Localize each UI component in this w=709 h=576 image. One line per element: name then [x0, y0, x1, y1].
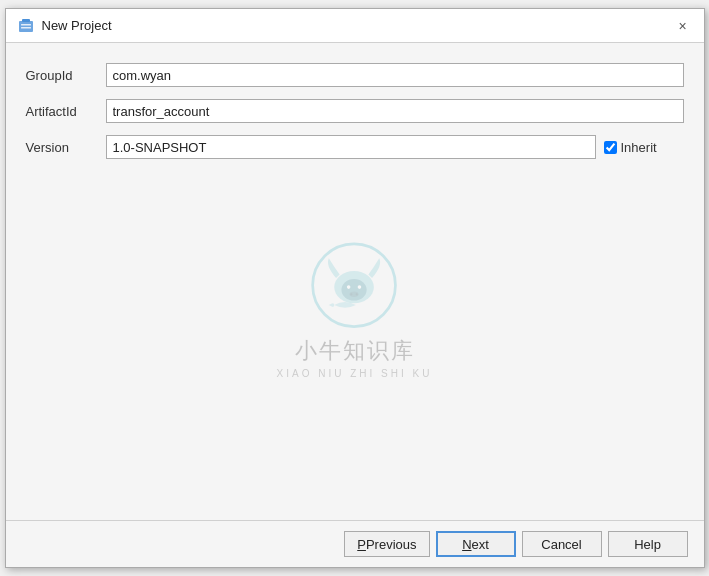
- svg-point-7: [347, 285, 351, 289]
- help-button[interactable]: Help: [608, 531, 688, 557]
- inherit-container: Inherit: [604, 140, 684, 155]
- cancel-button[interactable]: Cancel: [522, 531, 602, 557]
- svg-point-5: [335, 270, 375, 302]
- next-button[interactable]: Next: [436, 531, 516, 557]
- previous-button[interactable]: PPrevious: [344, 531, 429, 557]
- svg-rect-0: [19, 21, 33, 32]
- version-label: Version: [26, 140, 106, 155]
- watermark: 小牛知识库 XIAO NIU ZHI SHI KU: [277, 240, 433, 379]
- artifactid-row: ArtifactId: [26, 99, 684, 123]
- title-bar: New Project ×: [6, 9, 704, 43]
- artifactid-label: ArtifactId: [26, 104, 106, 119]
- version-row: Version Inherit: [26, 135, 684, 159]
- svg-rect-2: [21, 24, 31, 26]
- close-button[interactable]: ×: [674, 17, 692, 35]
- svg-point-8: [358, 285, 362, 289]
- dialog-body: GroupId ArtifactId Version Inherit: [6, 43, 704, 520]
- groupid-row: GroupId: [26, 63, 684, 87]
- groupid-input[interactable]: [106, 63, 684, 87]
- new-project-dialog: New Project × GroupId ArtifactId Version…: [5, 8, 705, 568]
- project-icon: [18, 18, 34, 34]
- svg-point-4: [313, 243, 396, 326]
- dialog-title: New Project: [42, 18, 112, 33]
- watermark-en: XIAO NIU ZHI SHI KU: [277, 368, 433, 379]
- inherit-checkbox[interactable]: [604, 141, 617, 154]
- version-input[interactable]: [106, 135, 596, 159]
- svg-point-6: [342, 279, 367, 301]
- svg-point-11: [356, 293, 358, 295]
- groupid-label: GroupId: [26, 68, 106, 83]
- svg-rect-3: [21, 27, 31, 29]
- watermark-cn: 小牛知识库: [295, 336, 415, 366]
- inherit-label: Inherit: [621, 140, 657, 155]
- next-label: ext: [472, 537, 489, 552]
- svg-rect-1: [22, 19, 30, 22]
- svg-point-9: [350, 291, 359, 296]
- previous-label: Previous: [366, 537, 417, 552]
- dialog-footer: PPrevious Next Cancel Help: [6, 520, 704, 567]
- svg-point-10: [351, 293, 353, 295]
- artifactid-input[interactable]: [106, 99, 684, 123]
- title-bar-left: New Project: [18, 18, 112, 34]
